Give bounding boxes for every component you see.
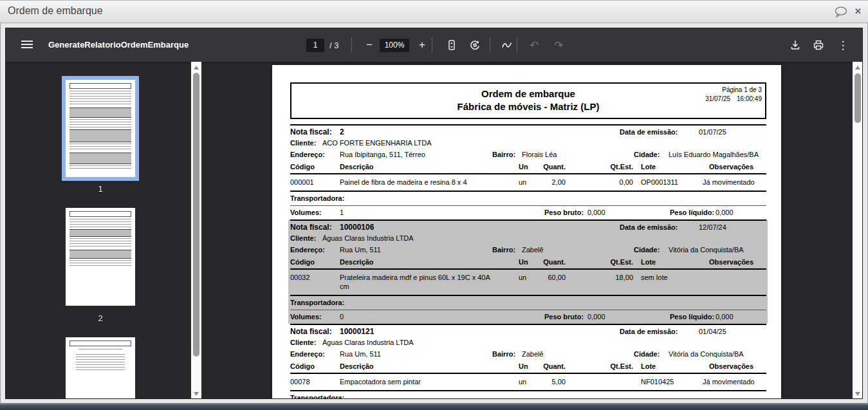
window-titlebar: Ordem de embarque ✕ bbox=[0, 0, 868, 23]
gross-weight-label: Peso bruto: bbox=[544, 312, 587, 321]
emission-date-label: Data de emissão: bbox=[620, 127, 699, 136]
city-value: Vitória da Conquista/BA bbox=[669, 349, 766, 359]
district-label: Bairro: bbox=[492, 349, 522, 359]
address-row: Endereço: Rua Ibipitanga, 511, Térreo Ba… bbox=[290, 149, 766, 161]
report-subtitle: Fábrica de móveis - Matriz (LP) bbox=[291, 101, 765, 112]
report-page-label: Página 1 de 3 bbox=[699, 86, 762, 95]
client-value: ACO FORTE ENGENHARIA LTDA bbox=[322, 138, 766, 147]
thumbnail-page-1[interactable] bbox=[62, 76, 139, 181]
client-label: Cliente: bbox=[290, 234, 322, 243]
column-headers-row: Código Descrição Un Quant. Qt.Est. Lote … bbox=[290, 256, 766, 270]
address-value: Rua Ibipitanga, 511, Térreo bbox=[340, 150, 492, 159]
city-label: Cidade: bbox=[634, 150, 669, 159]
column-headers-row: Código Descrição Un Quant. Qt.Est. Lote … bbox=[290, 161, 766, 174]
district-label: Bairro: bbox=[492, 150, 522, 159]
thumbnail-label-1: 1 bbox=[62, 184, 139, 194]
district-value: Florais Léa bbox=[522, 150, 634, 159]
item-description: Empacotadora sem pintar bbox=[340, 377, 497, 386]
nota-fiscal-row: Nota fiscal: 10000106 Data de emissão: 1… bbox=[290, 221, 766, 233]
scroll-down-arrow-icon[interactable] bbox=[194, 392, 199, 396]
emission-date-value: 01/07/25 bbox=[699, 127, 766, 136]
thumbnails-scrollbar[interactable] bbox=[191, 62, 201, 399]
address-value: Rua Um, 511 bbox=[340, 245, 492, 254]
item-stock-quantity bbox=[573, 377, 637, 386]
more-options-icon[interactable]: ⋮ bbox=[833, 35, 853, 55]
fit-to-page-icon[interactable] bbox=[442, 35, 461, 55]
item-row: 00078 Empacotadora sem pintar un 5,00 NF… bbox=[290, 374, 766, 391]
volumes-label: Volumes: bbox=[290, 312, 340, 321]
nota-fiscal-label: Nota fiscal: bbox=[290, 127, 340, 136]
district-value: Zabelê bbox=[522, 245, 634, 254]
district-value: Zabelê bbox=[522, 349, 634, 359]
net-weight-value: 0,000 bbox=[716, 208, 766, 217]
menu-icon[interactable] bbox=[21, 41, 33, 50]
address-row: Endereço: Rua Um, 511 Bairro: Zabelê Cid… bbox=[290, 244, 766, 256]
city-label: Cidade: bbox=[634, 245, 669, 254]
scroll-down-arrow-icon[interactable] bbox=[855, 392, 860, 396]
address-label: Endereço: bbox=[290, 150, 340, 159]
thumbnails-scrollbar-thumb[interactable] bbox=[193, 73, 199, 357]
rotate-icon[interactable] bbox=[465, 35, 485, 55]
viewer-document-title: GenerateRelatorioOrdemEmbarque bbox=[48, 28, 189, 62]
report-header: Ordem de embarque Fábrica de móveis - Ma… bbox=[290, 82, 766, 119]
carrier-row: Transportadora: bbox=[290, 296, 766, 310]
zoom-out-button[interactable]: − bbox=[360, 35, 379, 55]
nota-fiscal-number: 10000121 bbox=[340, 327, 620, 336]
volumes-value: 0 bbox=[340, 312, 544, 321]
item-stock-quantity: 18,00 bbox=[573, 273, 637, 291]
carrier-row: Transportadora: bbox=[290, 391, 766, 399]
item-observations: Já movimentado bbox=[701, 178, 766, 187]
nota-fiscal-block: Nota fiscal: 10000106 Data de emissão: 1… bbox=[290, 219, 766, 324]
print-icon[interactable] bbox=[809, 35, 828, 55]
gross-weight-label: Peso bruto: bbox=[544, 208, 587, 217]
page-number-input[interactable] bbox=[306, 39, 324, 52]
download-icon[interactable] bbox=[786, 35, 805, 55]
zoom-in-button[interactable]: + bbox=[412, 35, 432, 55]
document-page: Ordem de embarque Fábrica de móveis - Ma… bbox=[272, 65, 781, 399]
item-quantity: 60,00 bbox=[538, 273, 573, 291]
item-quantity: 2,00 bbox=[538, 178, 573, 187]
document-scrollbar[interactable] bbox=[853, 62, 863, 399]
window-bottom-frame bbox=[0, 403, 868, 410]
scroll-up-arrow-icon[interactable] bbox=[194, 66, 199, 70]
nota-fiscal-block: Nota fiscal: 2 Data de emissão: 01/07/25… bbox=[290, 124, 766, 219]
item-unit: un bbox=[512, 377, 538, 386]
comment-bubble-icon[interactable] bbox=[834, 6, 848, 17]
client-row: Cliente: ACO FORTE ENGENHARIA LTDA bbox=[290, 138, 766, 149]
gross-weight-value: 0,000 bbox=[587, 208, 670, 217]
report-title: Ordem de embarque bbox=[291, 88, 765, 99]
document-scrollbar-thumb[interactable] bbox=[854, 73, 861, 123]
totals-row: Volumes: 1 Peso bruto: 0,000 Peso líquid… bbox=[290, 206, 766, 219]
volumes-label: Volumes: bbox=[290, 208, 340, 217]
client-value: Águas Claras Industria LTDA bbox=[322, 234, 766, 243]
emission-date-label: Data de emissão: bbox=[620, 223, 699, 232]
item-row: 000001 Painel de fibra de madeira e resi… bbox=[290, 174, 766, 192]
address-value: Rua Um, 511 bbox=[340, 349, 492, 359]
annotate-ink-icon[interactable] bbox=[497, 35, 517, 55]
thumbnail-page-2[interactable] bbox=[66, 208, 135, 306]
carrier-label: Transportadora: bbox=[290, 299, 344, 306]
scroll-up-arrow-icon[interactable] bbox=[855, 66, 860, 70]
item-code: 00032 bbox=[290, 273, 340, 291]
item-lot: sem lote bbox=[637, 273, 701, 291]
report-meta: Página 1 de 3 31/07/2516:00:49 bbox=[699, 86, 762, 104]
item-lot: NF010425 bbox=[637, 377, 701, 386]
redo-icon[interactable]: ↷ bbox=[549, 35, 568, 55]
undo-icon[interactable]: ↶ bbox=[524, 35, 544, 55]
address-label: Endereço: bbox=[290, 245, 340, 254]
client-label: Cliente: bbox=[290, 138, 322, 147]
carrier-label: Transportadora: bbox=[290, 394, 344, 399]
item-observations bbox=[701, 273, 766, 291]
close-icon[interactable]: ✕ bbox=[854, 6, 862, 17]
address-label: Endereço: bbox=[290, 349, 340, 359]
gross-weight-value: 0,000 bbox=[587, 312, 670, 321]
city-value: Vitória da Conquista/BA bbox=[669, 245, 766, 254]
net-weight-label: Peso líquido: bbox=[670, 312, 716, 321]
divider bbox=[432, 37, 432, 53]
column-headers-row: Código Descrição Un Quant. Qt.Est. Lote … bbox=[290, 360, 766, 374]
address-row: Endereço: Rua Um, 511 Bairro: Zabelê Cid… bbox=[290, 348, 766, 360]
city-label: Cidade: bbox=[634, 349, 669, 359]
thumbnail-label-2: 2 bbox=[62, 313, 139, 323]
thumbnail-page-3[interactable] bbox=[66, 337, 135, 399]
nota-fiscal-block: Nota fiscal: 10000121 Data de emissão: 0… bbox=[290, 324, 766, 399]
